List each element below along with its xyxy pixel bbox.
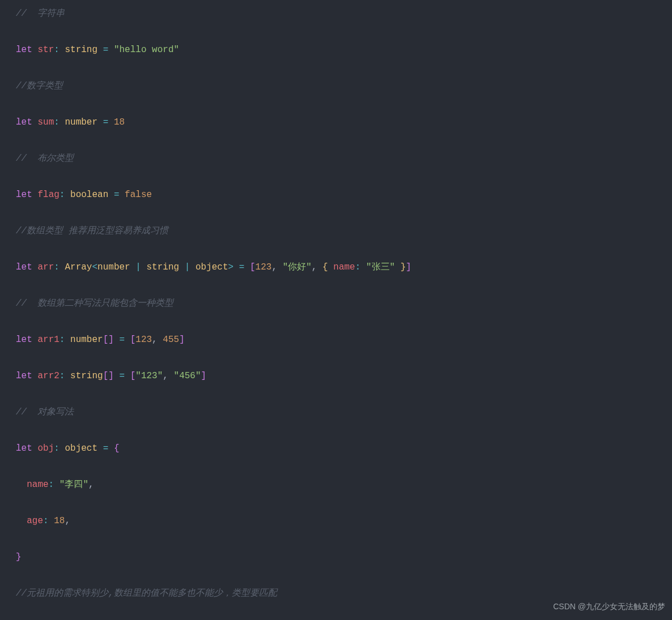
code-line: let arr: Array<number | string | object>…	[16, 258, 672, 276]
code-line: let str: string = "hello word"	[16, 41, 672, 59]
code-editor: // 字符串 let str: string = "hello word" //…	[16, 5, 672, 620]
code-line: // 字符串	[16, 5, 672, 23]
code-line: //数组类型 推荐用泛型容易养成习惯	[16, 222, 672, 240]
code-line: let arr1: number[] = [123, 455]	[16, 331, 672, 349]
code-line: let obj: object = {	[16, 439, 672, 457]
code-line: // 数组第二种写法只能包含一种类型	[16, 294, 672, 313]
code-line: age: 18,	[16, 512, 672, 530]
code-line: //数字类型	[16, 77, 672, 95]
code-line: let flag: boolean = false	[16, 186, 672, 204]
code-line: // 布尔类型	[16, 149, 672, 168]
code-line: }	[16, 548, 672, 566]
watermark: CSDN @九亿少女无法触及的梦	[553, 597, 665, 615]
code-line: let arr2: string[] = ["123", "456"]	[16, 367, 672, 385]
code-line: name: "李四",	[16, 476, 672, 494]
code-line: // 对象写法	[16, 403, 672, 421]
code-line: let sum: number = 18	[16, 113, 672, 131]
